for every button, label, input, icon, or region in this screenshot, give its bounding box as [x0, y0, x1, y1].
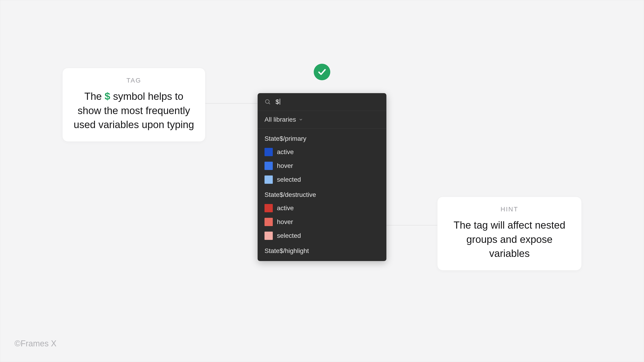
- connector-line-left: [205, 103, 257, 104]
- variable-group-header: State$/primary: [258, 130, 386, 145]
- color-swatch: [264, 176, 273, 184]
- connector-line-right: [386, 225, 438, 226]
- library-filter[interactable]: All libraries: [258, 111, 386, 128]
- chevron-down-icon: [299, 118, 303, 122]
- variable-group-header: State$/highlight: [258, 243, 386, 257]
- variable-row[interactable]: hover: [258, 159, 386, 173]
- color-swatch: [264, 162, 273, 170]
- callout-text-before: The: [84, 90, 105, 102]
- svg-line-1: [269, 103, 270, 104]
- check-badge: [314, 64, 330, 80]
- variable-row[interactable]: hover: [258, 215, 386, 229]
- callout-tag: TAG The $ symbol helps to show the most …: [62, 68, 206, 142]
- callout-tag-label: TAG: [72, 77, 196, 84]
- variable-row[interactable]: selected: [258, 229, 386, 243]
- picker-body: State$/primaryactivehoverselectedState$/…: [258, 128, 386, 261]
- variable-name: active: [277, 148, 294, 156]
- variable-row[interactable]: selected: [258, 173, 386, 186]
- library-filter-label: All libraries: [264, 116, 296, 123]
- variable-name: hover: [277, 218, 293, 226]
- variable-name: hover: [277, 162, 293, 170]
- variable-name: active: [277, 204, 294, 212]
- variable-picker-panel: $ All libraries State$/primaryactivehove…: [258, 93, 386, 261]
- search-row[interactable]: $: [258, 93, 386, 111]
- check-icon: [318, 68, 326, 76]
- color-swatch: [264, 232, 273, 240]
- variable-name: selected: [277, 176, 301, 183]
- search-input[interactable]: $: [276, 98, 279, 106]
- watermark: ©Frames X: [14, 339, 56, 348]
- variable-name: selected: [277, 232, 301, 240]
- variable-group-header: State$/destructive: [258, 186, 386, 201]
- color-swatch: [264, 218, 273, 226]
- callout-hint: HINT The tag will affect nested groups a…: [437, 197, 582, 270]
- variable-row[interactable]: active: [258, 201, 386, 215]
- dollar-symbol: $: [105, 90, 110, 102]
- canvas: TAG The $ symbol helps to show the most …: [0, 0, 644, 362]
- color-swatch: [264, 148, 273, 156]
- callout-tag-text: The $ symbol helps to show the most freq…: [72, 89, 196, 132]
- color-swatch: [264, 204, 273, 212]
- callout-hint-text: The tag will affect nested groups and ex…: [447, 218, 572, 260]
- callout-hint-label: HINT: [447, 206, 572, 213]
- search-icon: [264, 99, 271, 105]
- variable-row[interactable]: active: [258, 145, 386, 159]
